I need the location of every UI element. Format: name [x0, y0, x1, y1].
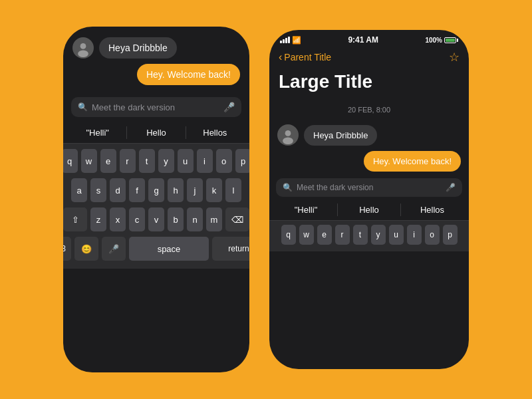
bar-4	[288, 37, 290, 43]
key-b[interactable]: b	[168, 207, 184, 231]
key-i[interactable]: i	[197, 149, 213, 173]
key-r-e[interactable]: e	[317, 225, 332, 245]
search-icon-right: 🔍	[283, 183, 293, 192]
avatar-right	[277, 124, 299, 146]
key-c[interactable]: c	[129, 207, 145, 231]
key-n[interactable]: n	[187, 207, 203, 231]
search-icon-left: 🔍	[78, 102, 88, 112]
avatar-left	[72, 37, 94, 59]
key-r-t[interactable]: t	[353, 225, 368, 245]
svg-point-5	[283, 138, 293, 145]
key-m[interactable]: m	[206, 207, 222, 231]
key-l[interactable]: l	[225, 178, 241, 202]
key-t[interactable]: t	[139, 149, 155, 173]
battery-label: 100%	[425, 37, 442, 44]
key-k[interactable]: k	[206, 178, 222, 202]
status-time: 9:41 AM	[348, 35, 378, 45]
key-j[interactable]: j	[187, 178, 203, 202]
key-w[interactable]: w	[81, 149, 97, 173]
status-bar-right: 📶 9:41 AM 100%	[269, 30, 469, 47]
chat-area-right: 20 FEB, 8:00 Heya Dribbble Hey. Welcome …	[269, 98, 469, 176]
phones-container: Heya Dribbble Hey. Welcome back! 🔍 Meet …	[63, 27, 469, 372]
back-button[interactable]: ‹ Parent Title	[279, 51, 331, 63]
pred-word-1-left[interactable]: Hello	[127, 126, 186, 139]
key-shift[interactable]: ⇧	[63, 207, 87, 231]
key-o[interactable]: o	[216, 149, 232, 173]
predictive-bar-left: "Helli" Hello Hellos	[63, 122, 249, 144]
keyboard-right: q w e r t y u i o p	[269, 221, 469, 251]
key-g[interactable]: g	[148, 178, 164, 202]
bubble-received-left: Heya Dribbble	[99, 37, 177, 59]
key-r-w[interactable]: w	[299, 225, 314, 245]
key-y[interactable]: y	[158, 149, 174, 173]
received-message-row: Heya Dribbble	[72, 37, 240, 59]
search-bar-left[interactable]: 🔍 Meet the dark version 🎤	[71, 97, 241, 117]
bar-3	[285, 38, 287, 43]
chevron-left-icon: ‹	[279, 51, 282, 63]
key-p[interactable]: p	[235, 149, 250, 173]
pred-word-0-left[interactable]: "Helli"	[68, 126, 127, 139]
key-h[interactable]: h	[168, 178, 184, 202]
key-r[interactable]: r	[120, 149, 136, 173]
key-delete[interactable]: ⌫	[225, 207, 249, 231]
search-placeholder-right: Meet the dark version	[297, 183, 442, 192]
wifi-icon: 📶	[292, 36, 301, 45]
key-emoji[interactable]: 😊	[74, 237, 98, 261]
battery-icon	[444, 37, 458, 43]
bubble-sent-left: Hey. Welcome back!	[137, 64, 240, 85]
back-label: Parent Title	[284, 52, 331, 63]
key-x[interactable]: x	[110, 207, 126, 231]
key-r-p[interactable]: p	[443, 225, 458, 245]
key-row-3-left: ⇧ z x c v b n m ⌫	[66, 207, 247, 231]
phone-right: 📶 9:41 AM 100% ‹ Parent Title ☆ Large Ti…	[269, 30, 469, 369]
key-e[interactable]: e	[100, 149, 116, 173]
key-r-o[interactable]: o	[425, 225, 440, 245]
key-a[interactable]: a	[71, 178, 87, 202]
key-mic[interactable]: 🎤	[102, 237, 126, 261]
nav-bar-right: ‹ Parent Title ☆	[269, 47, 469, 68]
star-button[interactable]: ☆	[449, 50, 460, 65]
key-row-1-left: q w e r t y u i o p	[66, 149, 247, 173]
phone-left: Heya Dribbble Hey. Welcome back! 🔍 Meet …	[63, 27, 249, 372]
svg-point-1	[80, 43, 86, 49]
svg-point-4	[285, 130, 291, 136]
key-row-4-left: 123 😊 🎤 space return	[66, 237, 247, 261]
predictive-bar-right: "Helli" Hello Hellos	[269, 200, 469, 221]
key-r-u[interactable]: u	[389, 225, 404, 245]
date-separator: 20 FEB, 8:00	[277, 106, 461, 114]
pred-r-0[interactable]: "Helli"	[275, 203, 338, 216]
bubble-received-right: Heya Dribbble	[304, 125, 377, 146]
key-f[interactable]: f	[129, 178, 145, 202]
key-space[interactable]: space	[129, 237, 209, 261]
key-z[interactable]: z	[90, 207, 106, 231]
bar-1	[280, 41, 282, 43]
svg-point-2	[78, 51, 88, 58]
search-placeholder-left: Meet the dark version	[92, 102, 219, 112]
key-row-2-left: a s d f g h j k l	[66, 178, 247, 202]
key-r-y[interactable]: y	[371, 225, 386, 245]
key-return[interactable]: return	[212, 237, 249, 261]
key-num[interactable]: 123	[63, 237, 71, 261]
sent-message-row-right: Hey. Welcome back!	[277, 151, 461, 172]
mic-icon-right[interactable]: 🎤	[446, 183, 456, 192]
mic-icon-left[interactable]: 🎤	[223, 102, 235, 112]
key-r-r[interactable]: r	[335, 225, 350, 245]
key-q[interactable]: q	[63, 149, 78, 173]
key-u[interactable]: u	[178, 149, 194, 173]
bubble-sent-right: Hey. Welcome back!	[364, 151, 461, 172]
key-row-1-right: q w e r t y u i o p	[271, 225, 467, 245]
pred-word-2-left[interactable]: Hellos	[186, 126, 244, 139]
chat-area-left: Heya Dribbble Hey. Welcome back!	[63, 27, 249, 92]
key-d[interactable]: d	[110, 178, 126, 202]
search-bar-right[interactable]: 🔍 Meet the dark version 🎤	[276, 178, 462, 197]
key-r-q[interactable]: q	[281, 225, 296, 245]
key-s[interactable]: s	[90, 178, 106, 202]
pred-r-2[interactable]: Hellos	[401, 203, 464, 216]
key-v[interactable]: v	[148, 207, 164, 231]
status-left: 📶	[280, 36, 301, 45]
pred-r-1[interactable]: Hello	[338, 203, 401, 216]
bar-2	[283, 39, 285, 43]
large-title: Large Title	[269, 68, 469, 98]
sent-message-row: Hey. Welcome back!	[72, 64, 240, 85]
key-r-i[interactable]: i	[407, 225, 422, 245]
